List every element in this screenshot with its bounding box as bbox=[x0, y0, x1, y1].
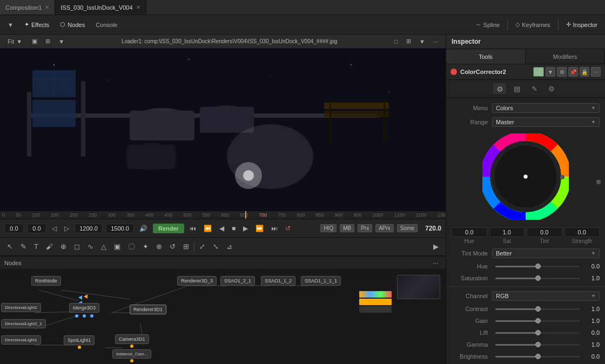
zoom-tool[interactable]: ⊗ bbox=[153, 241, 165, 252]
perspective-tool[interactable]: ⊿ bbox=[224, 241, 235, 252]
keyframes-button[interactable]: ◇ Keyframes bbox=[512, 19, 554, 30]
nodes-more-btn[interactable]: ··· bbox=[430, 258, 441, 268]
nodes-button[interactable]: ⬡ Nodes bbox=[57, 19, 88, 30]
brightness-thumb[interactable] bbox=[535, 354, 541, 359]
lift-thumb[interactable] bbox=[535, 330, 541, 335]
prx-badge[interactable]: Prx bbox=[358, 224, 372, 232]
node-pin-btn[interactable]: 📌 bbox=[568, 67, 578, 77]
some-badge[interactable]: Some bbox=[397, 224, 418, 232]
end-frame2-input[interactable] bbox=[106, 224, 134, 233]
play-btn[interactable]: ▶ bbox=[241, 224, 250, 233]
node-spotlight1[interactable]: SpotLight1 bbox=[64, 335, 95, 349]
node-renderer3d1[interactable]: Renderer3D1 bbox=[130, 305, 166, 314]
tint-mode-dropdown[interactable]: Better ▼ bbox=[492, 248, 600, 258]
node-directionallight2-1[interactable]: DirectionalLight2_1 bbox=[1, 319, 46, 328]
colors-icon-btn[interactable]: ⊙ bbox=[493, 83, 506, 94]
node-more-btn[interactable]: ⋯ bbox=[591, 67, 601, 77]
saturation-track[interactable] bbox=[495, 278, 580, 279]
view-btn-2[interactable]: ⊞ bbox=[42, 36, 53, 46]
end-frame-input[interactable] bbox=[75, 224, 103, 233]
tab-modifiers[interactable]: Modifiers bbox=[526, 49, 605, 64]
prev-keyframe-btn[interactable]: ◁ bbox=[50, 224, 59, 233]
tab-close-icon[interactable]: ✕ bbox=[45, 4, 49, 10]
step-back-btn[interactable]: ◀ bbox=[217, 224, 226, 233]
rotate-tool[interactable]: ↺ bbox=[167, 241, 178, 252]
hue-slider-thumb[interactable] bbox=[535, 264, 541, 269]
viewer-icon-2[interactable]: ⊞ bbox=[403, 36, 414, 46]
magic-tool[interactable]: ✦ bbox=[140, 241, 151, 252]
node-color-btn[interactable]: ▣ bbox=[533, 67, 544, 77]
menu-dropdown[interactable]: Colors ▼ bbox=[492, 103, 600, 113]
eraser-tool[interactable]: ◻ bbox=[71, 241, 83, 252]
node-settings-btn[interactable]: ⚙ bbox=[557, 67, 567, 77]
gain-track[interactable] bbox=[495, 320, 580, 322]
contrast-track[interactable] bbox=[495, 308, 580, 310]
shape-tool[interactable]: △ bbox=[98, 241, 109, 252]
viewer-icon-3[interactable]: ▼ bbox=[416, 36, 428, 46]
gamma-thumb[interactable] bbox=[535, 342, 541, 347]
viewer-more[interactable]: ··· bbox=[430, 36, 441, 46]
tab-tools[interactable]: Tools bbox=[446, 49, 526, 64]
mb-badge[interactable]: MB bbox=[340, 224, 354, 232]
brush-tool[interactable]: 🖌 bbox=[43, 241, 56, 252]
spline-button[interactable]: ～ Spline bbox=[472, 19, 503, 30]
select-tool[interactable]: ▣ bbox=[111, 241, 123, 252]
time-input[interactable] bbox=[4, 224, 24, 233]
wheel-reset-dot[interactable] bbox=[560, 175, 564, 179]
node-camera3d1[interactable]: Camera3D1 bbox=[115, 334, 149, 348]
options-icon-btn[interactable]: ⚙ bbox=[545, 83, 558, 94]
levels-icon-btn[interactable]: ▤ bbox=[510, 83, 523, 94]
view-btn-3[interactable]: ▼ bbox=[55, 36, 68, 46]
tint-input[interactable] bbox=[527, 227, 562, 237]
transform-tool[interactable]: ⤢ bbox=[197, 241, 208, 252]
tab-iss030[interactable]: ISS_030_IssUnDock_V004 ✕ bbox=[55, 0, 146, 15]
sat-input[interactable] bbox=[489, 227, 525, 237]
node-ssao1-1-1-1[interactable]: SSAO1_1_1_1 bbox=[301, 276, 341, 286]
tab-composition1[interactable]: Composition1 ✕ bbox=[0, 0, 55, 15]
inspector-button[interactable]: ✛ Inspector bbox=[563, 19, 601, 30]
lift-track[interactable] bbox=[495, 332, 580, 334]
saturation-thumb[interactable] bbox=[535, 275, 541, 281]
render-button[interactable]: Render bbox=[153, 224, 184, 233]
effects-button[interactable]: ✦ Effects bbox=[21, 19, 52, 30]
rewind-btn[interactable]: ⏪ bbox=[201, 224, 214, 233]
brightness-reset[interactable] bbox=[596, 180, 601, 184]
contrast-thumb[interactable] bbox=[535, 306, 541, 312]
blur-tool[interactable]: ∿ bbox=[85, 241, 96, 252]
hue-input[interactable] bbox=[452, 227, 487, 237]
fit-dropdown[interactable]: Fit ▼ bbox=[4, 37, 25, 46]
node-merge3d3[interactable]: Merge3D3 bbox=[69, 303, 99, 318]
node-lock-btn[interactable]: 🔒 bbox=[580, 67, 589, 77]
nodes-content[interactable]: RootNode DirectionalLight2 Merge3D3 Dire… bbox=[0, 269, 446, 364]
node-instance-cam[interactable]: Instance_Cam... bbox=[112, 349, 151, 363]
crop-tool[interactable]: ⊞ bbox=[180, 241, 192, 252]
brightness-track[interactable] bbox=[495, 356, 580, 358]
gamma-track[interactable] bbox=[495, 344, 580, 346]
fast-fwd-btn[interactable]: ⏩ bbox=[253, 224, 266, 233]
gain-thumb[interactable] bbox=[535, 318, 541, 323]
strength-input[interactable] bbox=[564, 227, 600, 237]
color-wheel[interactable] bbox=[482, 133, 569, 220]
curves-icon-btn[interactable]: ✎ bbox=[528, 83, 541, 94]
text-tool[interactable]: T bbox=[31, 241, 41, 252]
skip-end-btn[interactable]: ⏭ bbox=[269, 224, 280, 233]
next-keyframe-btn[interactable]: ▷ bbox=[62, 224, 71, 233]
view-btn-1[interactable]: ▣ bbox=[29, 36, 41, 46]
hue-slider-track[interactable] bbox=[495, 266, 580, 267]
frame-input[interactable] bbox=[27, 224, 46, 233]
console-button[interactable]: Console bbox=[92, 20, 120, 30]
viewer-icon-1[interactable]: □ bbox=[391, 36, 401, 46]
pointer-tool[interactable]: ↖ bbox=[4, 241, 16, 252]
clone-tool[interactable]: ⊕ bbox=[58, 241, 69, 252]
node-directionallight1[interactable]: DirectionalLight1 bbox=[1, 335, 41, 345]
skip-start-btn[interactable]: ⏮ bbox=[187, 224, 198, 233]
node-renderer3d-3[interactable]: Renderer3D_3 bbox=[177, 276, 217, 286]
paint-tool[interactable]: ✎ bbox=[18, 241, 29, 252]
node-ssao1-2-1[interactable]: SSAO1_2_1 bbox=[220, 276, 255, 286]
range-dropdown[interactable]: Master ▼ bbox=[492, 117, 600, 127]
audio-btn[interactable]: 🔊 bbox=[137, 224, 150, 233]
node-ssao1-1-2[interactable]: SSAO1_1_2 bbox=[261, 276, 295, 286]
channel-dropdown[interactable]: RGB ▼ bbox=[492, 291, 600, 301]
node-rootnode[interactable]: RootNode bbox=[31, 276, 61, 286]
toolbar-dropdown-btn[interactable]: ▼ bbox=[4, 20, 17, 30]
